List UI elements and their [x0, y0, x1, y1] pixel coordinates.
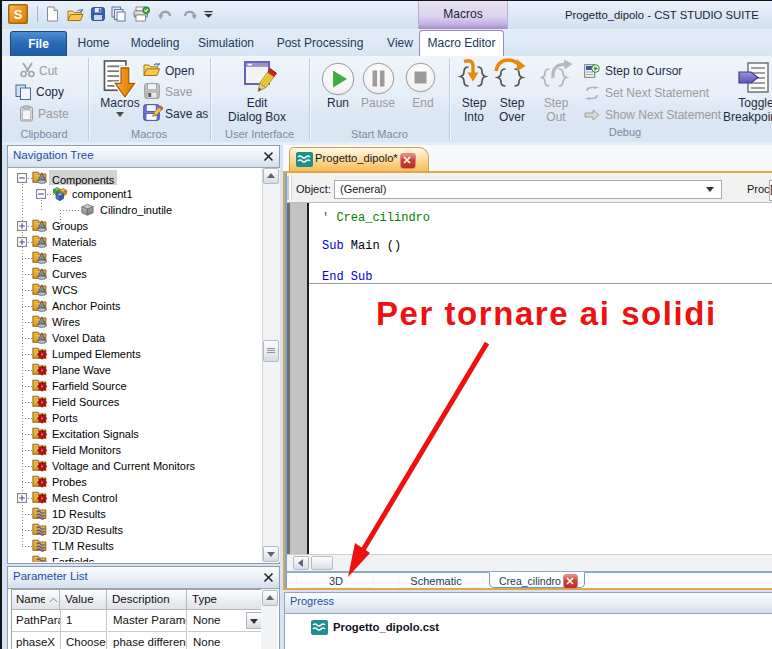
- svg-text:S: S: [14, 7, 23, 22]
